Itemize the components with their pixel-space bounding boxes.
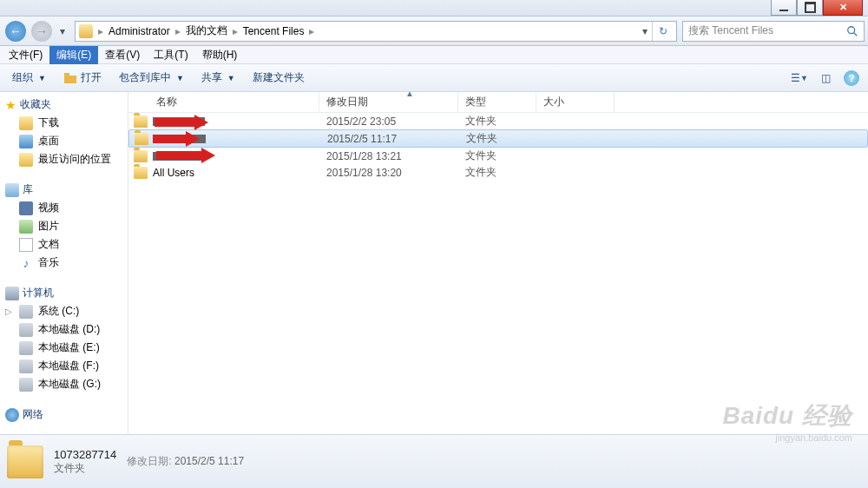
sidebar-downloads[interactable]: 下载 [0,114,128,132]
sidebar-drive-c[interactable]: ▷系统 (C:) [0,302,128,320]
network-icon [5,408,19,422]
svg-point-0 [848,26,855,33]
file-name: All Users [153,167,194,179]
details-type: 文件夹 [54,461,116,476]
drive-icon [19,323,33,337]
include-library-button[interactable]: 包含到库中▼ [112,67,191,89]
drive-icon [19,305,33,319]
nav-bar: ← → ▾ ▸ Administrator ▸ 我的文档 ▸ Tencent F… [0,16,868,46]
sidebar-drive-d[interactable]: 本地磁盘 (D:) [0,320,128,339]
details-pane: 1073287714 文件夹 修改日期: 2015/2/5 11:17 [0,434,868,488]
redacted-name [153,152,205,161]
menu-file[interactable]: 文件(F) [2,46,49,64]
folder-icon [135,133,148,145]
menu-tools[interactable]: 工具(T) [147,46,194,64]
breadcrumb-item[interactable]: Administrator [105,25,174,37]
folder-large-icon [7,445,43,478]
redacted-name [154,135,206,143]
sidebar-pictures[interactable]: 图片 [0,217,128,235]
new-folder-button[interactable]: 新建文件夹 [246,67,312,89]
close-button[interactable] [823,0,863,16]
column-date[interactable]: 修改日期 [319,92,458,112]
breadcrumb-item[interactable]: 我的文档 [182,23,231,38]
sidebar-music[interactable]: ♪音乐 [0,254,128,272]
file-date: 2015/2/5 11:17 [320,133,459,145]
sidebar-desktop[interactable]: 桌面 [0,132,128,150]
sidebar-drive-f[interactable]: 本地磁盘 (F:) [0,357,128,375]
computer-icon [5,287,19,300]
file-type: 文件夹 [459,131,537,146]
table-row[interactable]: 2015/1/28 13:21文件夹 [128,148,868,164]
file-type: 文件夹 [458,114,536,129]
menu-edit[interactable]: 编辑(E) [49,46,98,64]
column-size[interactable]: 大小 [536,92,615,112]
preview-pane-button[interactable]: ◫ [814,69,837,88]
sidebar-drive-g[interactable]: 本地磁盘 (G:) [0,375,128,393]
folder-icon [134,115,148,128]
file-list: 名称▲ 修改日期 类型 大小 2015/2/2 23:05文件夹2015/2/5… [128,92,868,434]
folder-icon [19,116,33,130]
redacted-name [153,117,205,126]
sidebar-favorites[interactable]: ★收藏夹 [0,96,128,114]
maximize-button[interactable] [797,0,823,16]
nav-forward-button[interactable]: → [30,20,54,43]
table-row[interactable]: 2015/2/5 11:17文件夹 [128,129,868,148]
share-button[interactable]: 共享▼ [194,67,242,89]
refresh-button[interactable]: ↻ [652,22,673,41]
video-icon [19,201,33,215]
music-icon: ♪ [19,256,33,270]
file-type: 文件夹 [458,148,536,163]
sidebar-computer[interactable]: 计算机 [0,284,128,302]
window-titlebar [0,0,868,16]
table-row[interactable]: 2015/2/2 23:05文件夹 [128,113,868,129]
open-button[interactable]: 打开 [56,67,108,89]
address-breadcrumb[interactable]: ▸ Administrator ▸ 我的文档 ▸ Tencent Files ▸… [75,21,677,42]
desktop-icon [19,135,33,148]
view-options-button[interactable]: ☰ ▼ [788,69,811,88]
nav-back-button[interactable]: ← [3,20,28,43]
document-icon [19,238,33,252]
minimize-button[interactable] [771,0,797,16]
file-date: 2015/1/28 13:21 [319,150,458,162]
breadcrumb-item[interactable]: Tencent Files [240,25,308,37]
column-name[interactable]: 名称▲ [128,92,319,112]
drive-icon [19,359,33,373]
drive-icon [19,341,33,355]
column-headers: 名称▲ 修改日期 类型 大小 [128,92,868,113]
folder-icon [79,24,93,38]
details-name: 1073287714 [54,448,116,461]
navigation-sidebar: ★收藏夹 下载 桌面 最近访问的位置 库 视频 图片 文档 ♪音乐 计算机 ▷系… [0,92,128,434]
star-icon: ★ [5,98,16,112]
recent-icon [19,153,33,167]
search-input[interactable]: 搜索 Tencent Files [682,21,865,42]
sidebar-documents[interactable]: 文档 [0,235,128,254]
svg-line-1 [854,32,858,36]
address-dropdown-icon[interactable]: ▾ [638,25,652,37]
command-toolbar: 组织▼ 打开 包含到库中▼ 共享▼ 新建文件夹 ☰ ▼ ◫ ? [0,64,868,92]
search-placeholder: 搜索 Tencent Files [688,23,773,38]
expand-icon[interactable]: ▷ [5,307,12,316]
menu-view[interactable]: 查看(V) [98,46,147,64]
table-row[interactable]: All Users2015/1/28 13:20文件夹 [128,164,868,181]
file-type: 文件夹 [458,165,536,180]
nav-history-dropdown[interactable]: ▾ [56,25,69,37]
sidebar-recent[interactable]: 最近访问的位置 [0,150,128,168]
library-icon [5,183,19,197]
menu-bar: 文件(F) 编辑(E) 查看(V) 工具(T) 帮助(H) [0,46,868,64]
file-date: 2015/2/2 23:05 [319,115,458,128]
details-modified: 修改日期: 2015/2/5 11:17 [127,454,244,469]
menu-help[interactable]: 帮助(H) [195,46,245,64]
sidebar-libraries[interactable]: 库 [0,181,128,199]
folder-icon [134,167,148,179]
drive-icon [19,378,33,392]
organize-button[interactable]: 组织▼ [5,67,53,89]
sort-indicator-icon: ▲ [405,89,414,98]
help-button[interactable]: ? [840,69,863,88]
folder-icon [134,150,148,162]
open-icon [63,72,77,84]
file-date: 2015/1/28 13:20 [319,167,458,179]
sidebar-drive-e[interactable]: 本地磁盘 (E:) [0,339,128,357]
sidebar-network[interactable]: 网络 [0,406,128,424]
column-type[interactable]: 类型 [458,92,536,112]
sidebar-videos[interactable]: 视频 [0,199,128,217]
